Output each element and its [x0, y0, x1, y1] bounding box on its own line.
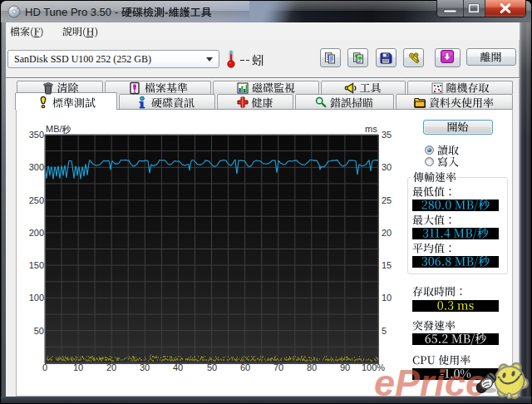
- svg-text:ePrice: ePrice: [374, 362, 486, 404]
